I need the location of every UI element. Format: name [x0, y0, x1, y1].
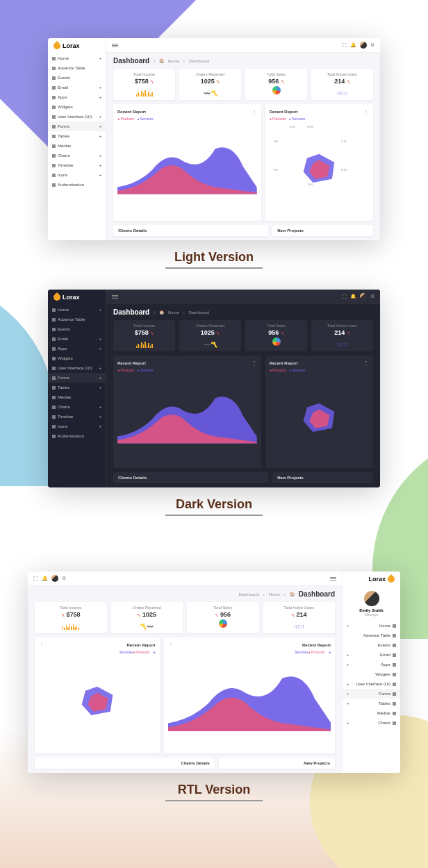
sidebar-item-icons[interactable]: Icons+ [48, 422, 106, 431]
stat-card[interactable]: Total Sales956 〽 [245, 69, 307, 100]
sidebar-item-home[interactable]: Home+ [343, 621, 400, 631]
sidebar-item-advance-table[interactable]: Advance Table [48, 63, 106, 73]
sidebar-item-timeline[interactable]: Timeline+ [48, 160, 106, 170]
clients-card[interactable]: Clients Details [113, 472, 268, 483]
sidebar-item-events[interactable]: Events [48, 73, 106, 83]
nav-icon [52, 164, 56, 167]
stat-card[interactable]: Total Sales956 〽 [245, 320, 307, 351]
sidebar-item-user-interface--ui-[interactable]: User Interface (UI)+ [48, 363, 106, 373]
sidebar-item-medias[interactable]: Medias [48, 392, 106, 402]
sidebar-item-home[interactable]: Home+ [48, 305, 106, 315]
nav-icon [52, 376, 56, 380]
avatar[interactable] [360, 293, 367, 300]
stat-card[interactable]: Total Income$758 〽 [35, 602, 107, 633]
sidebar-item-events[interactable]: Events [343, 640, 400, 650]
menu-icon[interactable] [112, 44, 118, 47]
more-icon[interactable]: ⋮ [252, 108, 257, 115]
user-profile[interactable]: Emily Smith Manager [343, 587, 400, 621]
projects-card[interactable]: New Projects [272, 225, 373, 236]
sidebar-item-advance-table[interactable]: Advance Table [343, 631, 400, 640]
sidebar-item-home[interactable]: Home+ [48, 53, 106, 63]
stat-card[interactable]: Orders Received1025 〽〰️〽️ [111, 602, 183, 633]
sidebar-item-apps[interactable]: Apps+ [48, 344, 106, 353]
stat-card[interactable]: Total Income$758 〽 [113, 69, 175, 100]
home-icon[interactable]: 🏠 [159, 310, 164, 315]
clients-card[interactable]: Clients Details [35, 758, 215, 769]
projects-card[interactable]: New Projects [219, 758, 335, 769]
sidebar-item-widgets[interactable]: Widgets [343, 669, 400, 679]
breadcrumb-home[interactable]: Home [269, 592, 280, 596]
menu-icon[interactable] [112, 295, 118, 299]
breadcrumb-home[interactable]: Home [168, 59, 179, 63]
radar-chart [69, 682, 125, 724]
sidebar-item-label: User Interface (UI) [58, 366, 92, 370]
more-icon[interactable]: ⋮ [363, 360, 369, 366]
sidebar-item-widgets[interactable]: Widgets [48, 353, 106, 363]
sidebar-item-charts[interactable]: Charts+ [343, 718, 400, 728]
sidebar-item-timeline[interactable]: Timeline+ [48, 412, 106, 422]
gear-icon[interactable]: ⚙ [370, 42, 374, 48]
stat-card[interactable]: Total Income$758 〽 [113, 320, 175, 351]
sidebar-item-email[interactable]: Email+ [343, 650, 400, 660]
sidebar-item-email[interactable]: Email+ [48, 334, 106, 344]
nav-icon [52, 386, 56, 390]
sidebar-item-advance-table[interactable]: Advance Table [48, 315, 106, 324]
nav-icon [52, 328, 56, 331]
sidebar-item-medias[interactable]: Medias [48, 141, 106, 151]
sidebar-item-apps[interactable]: Apps+ [343, 660, 400, 669]
home-icon[interactable]: 🏠 [290, 592, 295, 596]
sidebar-item-tables[interactable]: Tables+ [48, 131, 106, 141]
avatar[interactable] [51, 575, 58, 582]
leaf-icon [386, 574, 396, 584]
more-icon[interactable]: ⋮ [363, 108, 369, 115]
breadcrumb-home[interactable]: Home [168, 310, 179, 315]
fullscreen-icon[interactable]: ⛶ [342, 43, 347, 48]
sidebar-item-icons[interactable]: Icons+ [48, 170, 106, 180]
bell-icon[interactable]: 🔔 [350, 42, 356, 48]
sidebar-item-email[interactable]: Email+ [48, 83, 106, 92]
sidebar-item-authentication[interactable]: Authentication [48, 180, 106, 190]
bell-icon[interactable]: 🔔 [350, 294, 356, 299]
clients-card[interactable]: Clients Details [113, 225, 268, 236]
logo[interactable]: Lorax [48, 38, 106, 53]
sidebar-item-user-interface--ui-[interactable]: User Interface (UI)+ [343, 679, 400, 689]
stat-card[interactable]: Orders Received1025 〽〰️〽️ [179, 69, 241, 100]
home-icon[interactable]: 🏠 [159, 58, 164, 63]
stat-card[interactable]: Total Active Users214 〽⎍⎍⎍ [311, 69, 373, 100]
fullscreen-icon[interactable]: ⛶ [342, 294, 347, 299]
sidebar-item-widgets[interactable]: Widgets [48, 102, 106, 112]
sidebar-item-forms[interactable]: Forms+ [343, 689, 400, 699]
gear-icon[interactable]: ⚙ [62, 576, 66, 581]
stat-label: Total Sales [190, 606, 256, 610]
stat-card[interactable]: Total Active Users214 〽⎍⎍⎍ [311, 320, 373, 351]
menu-icon[interactable] [330, 577, 336, 581]
sidebar-item-authentication[interactable]: Authentication [48, 431, 106, 441]
fullscreen-icon[interactable]: ⛶ [33, 576, 38, 581]
sidebar-item-user-interface--ui-[interactable]: User Interface (UI)+ [48, 112, 106, 122]
gear-icon[interactable]: ⚙ [370, 294, 374, 299]
more-icon[interactable]: ⋮ [252, 360, 257, 366]
stat-card[interactable]: Total Active Users214 〽⎍⎍⎍ [263, 602, 336, 633]
more-icon[interactable]: ⋮ [168, 642, 174, 648]
logo[interactable]: Lorax [48, 290, 106, 305]
sidebar-item-medias[interactable]: Medias [343, 708, 400, 718]
sidebar-item-charts[interactable]: Charts+ [48, 151, 106, 160]
radar-label: TUE [341, 140, 347, 143]
sidebar-item-tables[interactable]: Tables+ [48, 383, 106, 392]
sidebar-item-apps[interactable]: Apps+ [48, 92, 106, 102]
projects-card[interactable]: New Projects [272, 472, 373, 483]
nav-icon [52, 154, 56, 158]
sidebar-item-label: Charts [378, 721, 390, 725]
avatar[interactable] [360, 42, 367, 49]
sidebar-item-forms[interactable]: Forms+ [48, 373, 106, 383]
sidebar-item-charts[interactable]: Charts+ [48, 402, 106, 412]
sidebar-item-events[interactable]: Events [48, 324, 106, 334]
logo[interactable]: Lorax [343, 571, 400, 587]
stat-card[interactable]: Orders Received1025 〽〰️〽️ [179, 320, 241, 351]
more-icon[interactable]: ⋮ [39, 642, 44, 648]
nav-icon [52, 357, 56, 360]
bell-icon[interactable]: 🔔 [42, 576, 48, 581]
stat-card[interactable]: Total Sales956 〽 [187, 602, 259, 633]
sidebar-item-tables[interactable]: Tables+ [343, 699, 400, 708]
sidebar-item-forms[interactable]: Forms+ [48, 122, 106, 131]
